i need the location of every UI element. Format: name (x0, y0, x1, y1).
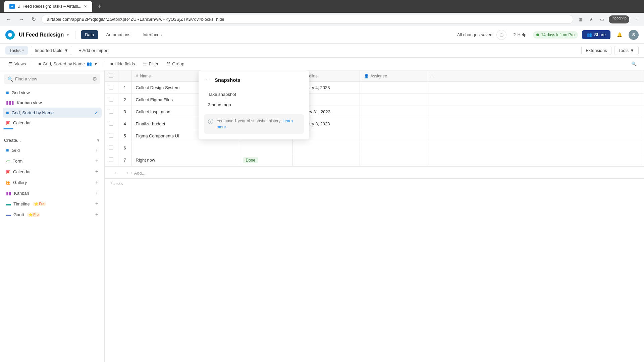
row-checkbox[interactable] (109, 133, 113, 138)
extensions-button[interactable]: Extensions (581, 46, 611, 55)
grid-sorted-icon: ■ (6, 110, 9, 115)
create-gallery-plus-icon[interactable]: + (95, 179, 98, 185)
data-table: A Name ◎ Status ⊞ Deadline (105, 70, 644, 166)
app-logo[interactable] (5, 30, 15, 40)
tools-button[interactable]: Tools ▼ (614, 46, 639, 55)
nav-interfaces-button[interactable]: Interfaces (139, 30, 166, 39)
create-timeline-plus-icon[interactable]: + (95, 201, 98, 207)
more-icon[interactable]: ⋮ (632, 15, 640, 23)
create-timeline-label: Timeline (13, 201, 30, 206)
row-deadline-cell[interactable] (292, 154, 360, 166)
sidebar-gear-icon[interactable]: ⚙ (92, 76, 97, 82)
table-header: A Name ◎ Status ⊞ Deadline (105, 70, 644, 82)
sidebar-item-grid-view[interactable]: ■ Grid view (3, 87, 102, 98)
create-gallery-item[interactable]: ▦ Gallery + (3, 177, 102, 188)
create-kanban-plus-icon[interactable]: + (95, 190, 98, 196)
create-chevron-icon[interactable]: ▼ (96, 138, 100, 143)
create-form-plus-icon[interactable]: + (95, 158, 98, 164)
reload-button[interactable]: ↻ (30, 15, 38, 24)
history-button[interactable]: ◌ (496, 30, 506, 40)
row-name: Right now (136, 158, 155, 163)
create-calendar-plus-icon[interactable]: + (95, 169, 98, 175)
browser-tab[interactable]: A UI Feed Redesign: Tasks – Airtabl... × (4, 1, 92, 12)
calendar-icon: ▣ (6, 120, 10, 125)
row-name: Collect Design System (136, 85, 180, 90)
tasks-tab[interactable]: Tasks ▾ (5, 46, 28, 55)
create-kanban-item[interactable]: ▮▮ Kanban + (3, 188, 102, 198)
browser-nav-bar: ← → ↻ ▦ ★ ▭ Incognito ⋮ (0, 13, 644, 26)
filter-button[interactable]: ⚏ Filter (140, 60, 162, 68)
sidebar-search-input[interactable] (15, 76, 90, 81)
share-icon: 👥 (587, 32, 592, 37)
sidebar-item-calendar[interactable]: ▣ Calendar (3, 118, 102, 128)
views-toggle-button[interactable]: ☰ Views (5, 60, 29, 68)
grid-sorted-button[interactable]: ■ Grid, Sorted by Name 👥 ▼ (35, 60, 101, 68)
create-form-item[interactable]: ▱ Form + (3, 156, 102, 166)
hide-fields-label: Hide fields (115, 61, 135, 66)
row-assignee-cell[interactable] (360, 130, 427, 142)
create-form-icon: ▱ (6, 158, 10, 164)
create-timeline-item[interactable]: ▬ Timeline ⭐ Pro + (3, 198, 102, 209)
app-title[interactable]: UI Feed Redesign ▼ (19, 32, 70, 38)
add-field-row-button[interactable]: + + Add... (126, 171, 146, 176)
row-checkbox[interactable] (109, 97, 113, 102)
th-assignee[interactable]: 👤 Assignee (360, 70, 427, 82)
timeline-pro-tag: ⭐ Pro (33, 202, 46, 206)
group-button[interactable]: ☷ Group (163, 60, 187, 68)
row-status-cell[interactable] (239, 142, 292, 154)
tab-close-button[interactable]: × (84, 4, 87, 9)
cast-icon[interactable]: ▦ (577, 15, 585, 23)
snapshots-back-button[interactable]: ← (204, 76, 212, 84)
row-checkbox[interactable] (109, 157, 113, 162)
row-assignee-cell[interactable] (360, 94, 427, 106)
notifications-button[interactable]: 🔔 (614, 30, 625, 40)
create-grid-plus-icon[interactable]: + (95, 147, 98, 153)
bookmark-icon[interactable]: ★ (587, 15, 595, 23)
extensions-icon[interactable]: ▭ (598, 15, 606, 23)
row-checkbox[interactable] (109, 121, 113, 126)
row-status-cell[interactable]: Done (239, 154, 292, 166)
table-row: 3 Collect Inspiration Done January 31, 2… (105, 106, 644, 118)
nav-automations-button[interactable]: Automations (102, 30, 135, 39)
sidebar-item-kanban-view[interactable]: ▮▮▮ Kanban view (3, 98, 102, 108)
add-import-label: + Add or import (79, 48, 109, 53)
avatar[interactable]: S (629, 30, 639, 40)
add-or-import-button[interactable]: + Add or import (75, 46, 113, 55)
sidebar-item-grid-sorted[interactable]: ■ Grid, Sorted by Name ✓ (3, 108, 102, 118)
row-assignee-cell[interactable] (360, 154, 427, 166)
create-calendar-item[interactable]: ▣ Calendar + (3, 166, 102, 177)
pro-badge[interactable]: 14 days left on Pro (533, 31, 578, 39)
nav-data-button[interactable]: Data (81, 30, 98, 39)
tasks-tab-close-icon[interactable]: ▾ (22, 48, 24, 53)
forward-button[interactable]: → (17, 15, 26, 24)
create-items-list: ■ Grid + ▱ Form + ▣ Calendar + ▦ Gallery… (0, 145, 104, 220)
imported-table-button[interactable]: Imported table ▼ (31, 46, 72, 55)
search-button[interactable]: 🔍 (629, 59, 639, 69)
back-button[interactable]: ← (4, 15, 13, 24)
row-name-cell[interactable]: Right now (131, 154, 239, 166)
row-assignee-cell[interactable] (360, 118, 427, 130)
filter-icon: ⚏ (143, 61, 147, 66)
row-assignee-cell[interactable] (360, 106, 427, 118)
take-snapshot-button[interactable]: Take snapshot (204, 89, 304, 100)
row-assignee-cell[interactable] (360, 82, 427, 94)
create-gantt-plus-icon[interactable]: + (95, 212, 98, 218)
row-name-cell[interactable] (131, 142, 239, 154)
hide-fields-button[interactable]: ■ Hide fields (107, 60, 139, 68)
row-checkbox[interactable] (109, 85, 113, 89)
row-checkbox[interactable] (109, 109, 113, 114)
add-row-button[interactable]: + (110, 168, 121, 178)
th-add-field[interactable]: + (427, 70, 644, 82)
row-extra-cell (427, 106, 644, 118)
snapshot-item-3h[interactable]: 3 hours ago (204, 100, 304, 110)
help-button[interactable]: ? Help (511, 31, 529, 39)
create-grid-item[interactable]: ■ Grid + (3, 145, 102, 156)
row-checkbox[interactable] (109, 145, 113, 150)
share-button[interactable]: 👥 Share (582, 30, 610, 39)
row-deadline-cell[interactable] (292, 142, 360, 154)
new-tab-button[interactable]: + (95, 3, 104, 10)
header-checkbox[interactable] (109, 73, 113, 78)
row-assignee-cell[interactable] (360, 142, 427, 154)
address-bar[interactable] (41, 15, 573, 24)
create-gantt-item[interactable]: ▬ Gantt ⭐ Pro + (3, 209, 102, 220)
